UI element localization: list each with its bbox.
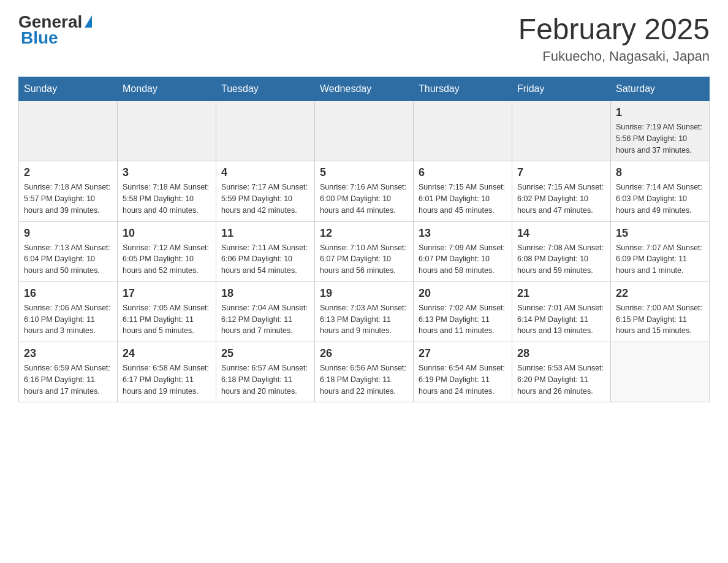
day-number: 17 — [123, 287, 211, 300]
day-number: 27 — [419, 347, 507, 360]
day-number: 3 — [123, 166, 211, 179]
day-number: 9 — [24, 227, 112, 240]
weekday-header-row: SundayMondayTuesdayWednesdayThursdayFrid… — [19, 77, 710, 101]
day-number: 14 — [517, 227, 605, 240]
day-number: 28 — [517, 347, 605, 360]
day-number: 13 — [419, 227, 507, 240]
calendar-cell — [118, 101, 216, 161]
day-number: 2 — [24, 166, 112, 179]
calendar-cell: 22Sunrise: 7:00 AM Sunset: 6:15 PM Dayli… — [611, 282, 710, 342]
calendar-cell — [216, 101, 315, 161]
calendar-week-row: 1Sunrise: 7:19 AM Sunset: 5:56 PM Daylig… — [19, 101, 710, 161]
calendar-cell: 10Sunrise: 7:12 AM Sunset: 6:05 PM Dayli… — [118, 221, 216, 282]
day-number: 10 — [123, 227, 211, 240]
calendar-cell: 14Sunrise: 7:08 AM Sunset: 6:08 PM Dayli… — [512, 221, 611, 282]
day-info: Sunrise: 7:12 AM Sunset: 6:05 PM Dayligh… — [123, 242, 211, 277]
day-number: 15 — [616, 227, 704, 240]
day-number: 12 — [320, 227, 408, 240]
location: Fukuecho, Nagasaki, Japan — [518, 48, 710, 64]
logo-triangle-icon — [85, 15, 92, 28]
day-info: Sunrise: 7:11 AM Sunset: 6:06 PM Dayligh… — [221, 242, 309, 277]
day-info: Sunrise: 7:00 AM Sunset: 6:15 PM Dayligh… — [616, 302, 704, 337]
weekday-header: Thursday — [414, 77, 512, 101]
calendar-cell: 3Sunrise: 7:18 AM Sunset: 5:58 PM Daylig… — [118, 161, 216, 221]
calendar-week-row: 2Sunrise: 7:18 AM Sunset: 5:57 PM Daylig… — [19, 161, 710, 221]
day-info: Sunrise: 7:17 AM Sunset: 5:59 PM Dayligh… — [221, 182, 309, 216]
day-number: 7 — [517, 166, 605, 179]
day-number: 8 — [616, 166, 704, 179]
calendar-table: SundayMondayTuesdayWednesdayThursdayFrid… — [18, 77, 710, 402]
calendar-cell: 5Sunrise: 7:16 AM Sunset: 6:00 PM Daylig… — [315, 161, 414, 221]
weekday-header: Friday — [512, 77, 611, 101]
weekday-header: Tuesday — [216, 77, 315, 101]
calendar-cell: 1Sunrise: 7:19 AM Sunset: 5:56 PM Daylig… — [611, 101, 710, 161]
logo-blue-text: Blue — [21, 28, 58, 48]
calendar-week-row: 16Sunrise: 7:06 AM Sunset: 6:10 PM Dayli… — [19, 282, 710, 342]
day-info: Sunrise: 6:57 AM Sunset: 6:18 PM Dayligh… — [221, 362, 309, 397]
title-area: February 2025 Fukuecho, Nagasaki, Japan — [518, 12, 710, 64]
weekday-header: Saturday — [611, 77, 710, 101]
calendar-cell: 21Sunrise: 7:01 AM Sunset: 6:14 PM Dayli… — [512, 282, 611, 342]
day-number: 18 — [221, 287, 309, 300]
day-info: Sunrise: 7:05 AM Sunset: 6:11 PM Dayligh… — [123, 302, 211, 337]
day-info: Sunrise: 7:18 AM Sunset: 5:58 PM Dayligh… — [123, 182, 211, 216]
calendar-cell: 26Sunrise: 6:56 AM Sunset: 6:18 PM Dayli… — [315, 342, 414, 402]
day-info: Sunrise: 7:09 AM Sunset: 6:07 PM Dayligh… — [419, 242, 507, 277]
calendar-cell: 8Sunrise: 7:14 AM Sunset: 6:03 PM Daylig… — [611, 161, 710, 221]
calendar-cell: 23Sunrise: 6:59 AM Sunset: 6:16 PM Dayli… — [19, 342, 118, 402]
day-info: Sunrise: 7:06 AM Sunset: 6:10 PM Dayligh… — [24, 302, 112, 337]
day-number: 16 — [24, 287, 112, 300]
month-title: February 2025 — [518, 12, 710, 46]
weekday-header: Wednesday — [315, 77, 414, 101]
calendar-cell: 24Sunrise: 6:58 AM Sunset: 6:17 PM Dayli… — [118, 342, 216, 402]
day-info: Sunrise: 7:19 AM Sunset: 5:56 PM Dayligh… — [616, 121, 704, 156]
calendar-cell: 13Sunrise: 7:09 AM Sunset: 6:07 PM Dayli… — [414, 221, 512, 282]
weekday-header: Monday — [118, 77, 216, 101]
day-info: Sunrise: 7:15 AM Sunset: 6:01 PM Dayligh… — [419, 182, 507, 216]
calendar-cell: 7Sunrise: 7:15 AM Sunset: 6:02 PM Daylig… — [512, 161, 611, 221]
day-info: Sunrise: 6:58 AM Sunset: 6:17 PM Dayligh… — [123, 362, 211, 397]
day-number: 26 — [320, 347, 408, 360]
day-info: Sunrise: 7:08 AM Sunset: 6:08 PM Dayligh… — [517, 242, 605, 277]
calendar-cell: 4Sunrise: 7:17 AM Sunset: 5:59 PM Daylig… — [216, 161, 315, 221]
day-info: Sunrise: 6:53 AM Sunset: 6:20 PM Dayligh… — [517, 362, 605, 397]
day-info: Sunrise: 7:02 AM Sunset: 6:13 PM Dayligh… — [419, 302, 507, 337]
calendar-cell: 12Sunrise: 7:10 AM Sunset: 6:07 PM Dayli… — [315, 221, 414, 282]
calendar-cell: 15Sunrise: 7:07 AM Sunset: 6:09 PM Dayli… — [611, 221, 710, 282]
day-info: Sunrise: 7:04 AM Sunset: 6:12 PM Dayligh… — [221, 302, 309, 337]
calendar-cell: 9Sunrise: 7:13 AM Sunset: 6:04 PM Daylig… — [19, 221, 118, 282]
day-info: Sunrise: 6:54 AM Sunset: 6:19 PM Dayligh… — [419, 362, 507, 397]
day-info: Sunrise: 7:13 AM Sunset: 6:04 PM Dayligh… — [24, 242, 112, 277]
day-number: 20 — [419, 287, 507, 300]
day-info: Sunrise: 7:01 AM Sunset: 6:14 PM Dayligh… — [517, 302, 605, 337]
logo: General Blue — [18, 12, 92, 48]
calendar-cell: 20Sunrise: 7:02 AM Sunset: 6:13 PM Dayli… — [414, 282, 512, 342]
calendar-cell: 17Sunrise: 7:05 AM Sunset: 6:11 PM Dayli… — [118, 282, 216, 342]
day-info: Sunrise: 7:10 AM Sunset: 6:07 PM Dayligh… — [320, 242, 408, 277]
calendar-cell: 25Sunrise: 6:57 AM Sunset: 6:18 PM Dayli… — [216, 342, 315, 402]
day-info: Sunrise: 7:14 AM Sunset: 6:03 PM Dayligh… — [616, 182, 704, 216]
calendar-cell: 6Sunrise: 7:15 AM Sunset: 6:01 PM Daylig… — [414, 161, 512, 221]
calendar-cell: 19Sunrise: 7:03 AM Sunset: 6:13 PM Dayli… — [315, 282, 414, 342]
calendar-week-row: 23Sunrise: 6:59 AM Sunset: 6:16 PM Dayli… — [19, 342, 710, 402]
calendar-cell: 16Sunrise: 7:06 AM Sunset: 6:10 PM Dayli… — [19, 282, 118, 342]
day-number: 19 — [320, 287, 408, 300]
calendar-cell — [315, 101, 414, 161]
day-number: 4 — [221, 166, 309, 179]
calendar-cell: 28Sunrise: 6:53 AM Sunset: 6:20 PM Dayli… — [512, 342, 611, 402]
calendar-cell — [512, 101, 611, 161]
calendar-cell: 2Sunrise: 7:18 AM Sunset: 5:57 PM Daylig… — [19, 161, 118, 221]
calendar-cell — [611, 342, 710, 402]
day-number: 21 — [517, 287, 605, 300]
day-info: Sunrise: 7:15 AM Sunset: 6:02 PM Dayligh… — [517, 182, 605, 216]
weekday-header: Sunday — [19, 77, 118, 101]
day-number: 6 — [419, 166, 507, 179]
day-number: 25 — [221, 347, 309, 360]
day-number: 24 — [123, 347, 211, 360]
day-info: Sunrise: 7:03 AM Sunset: 6:13 PM Dayligh… — [320, 302, 408, 337]
calendar-cell — [414, 101, 512, 161]
calendar-cell: 27Sunrise: 6:54 AM Sunset: 6:19 PM Dayli… — [414, 342, 512, 402]
day-info: Sunrise: 6:59 AM Sunset: 6:16 PM Dayligh… — [24, 362, 112, 397]
calendar-cell — [19, 101, 118, 161]
calendar-week-row: 9Sunrise: 7:13 AM Sunset: 6:04 PM Daylig… — [19, 221, 710, 282]
